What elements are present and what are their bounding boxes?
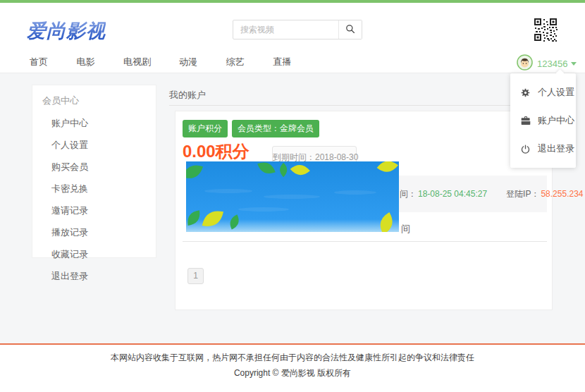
sidebar-item-account-center[interactable]: 账户中心 bbox=[32, 113, 156, 135]
username: 123456 bbox=[537, 59, 567, 69]
footer-copyright: Copyright © 爱尚影视 版权所有 bbox=[0, 367, 585, 379]
account-card: 账户积分 会员类型：金牌会员 0.00积分 到期时间：2018-08-30 间：… bbox=[175, 111, 553, 310]
points-value: 0.00积分 bbox=[183, 140, 250, 163]
nav-item-live[interactable]: 直播 bbox=[273, 49, 291, 75]
nav-item-home[interactable]: 首页 bbox=[30, 49, 48, 75]
badge-row: 账户积分 会员类型：金牌会员 bbox=[183, 120, 319, 137]
briefcase-icon bbox=[521, 116, 531, 125]
section-divider bbox=[183, 241, 547, 242]
site-logo[interactable]: 爱尚影视 bbox=[27, 18, 106, 44]
menu-item-account-center[interactable]: 账户中心 bbox=[510, 106, 576, 135]
main-nav: 首页 电影 电视剧 动漫 综艺 直播 bbox=[0, 49, 585, 73]
user-menu-trigger[interactable]: 123456 bbox=[517, 54, 577, 73]
sidebar-item-invite-records[interactable]: 邀请记录 bbox=[32, 200, 156, 222]
pagination-page-1[interactable]: 1 bbox=[187, 268, 204, 284]
sidebar-item-buy-membership[interactable]: 购买会员 bbox=[32, 157, 156, 178]
footer-disclaimer: 本网站内容收集于互联网，热片网不承担任何由于内容的合法性及健康性所引起的争议和法… bbox=[0, 352, 585, 364]
member-sidebar: 会员中心 账户中心 个人设置 购买会员 卡密兑换 邀请记录 播放记录 收藏记录 … bbox=[32, 85, 156, 258]
user-dropdown-menu: 个人设置 账户中心 退出登录 bbox=[510, 73, 576, 168]
blue-leaves-banner-image bbox=[186, 161, 399, 232]
sidebar-item-play-records[interactable]: 播放记录 bbox=[32, 222, 156, 244]
qr-code bbox=[532, 16, 559, 43]
menu-item-logout[interactable]: 退出登录 bbox=[510, 135, 576, 163]
login-ip-value: 58.255.234 bbox=[541, 189, 583, 199]
nav-item-variety[interactable]: 综艺 bbox=[226, 49, 245, 75]
menu-item-label: 个人设置 bbox=[538, 86, 574, 99]
menu-item-label: 账户中心 bbox=[538, 114, 574, 127]
sidebar-item-favorite-records[interactable]: 收藏记录 bbox=[32, 244, 156, 266]
chevron-down-icon bbox=[571, 62, 577, 68]
nav-item-anime[interactable]: 动漫 bbox=[179, 49, 197, 75]
menu-item-label: 退出登录 bbox=[538, 142, 574, 155]
search-box bbox=[233, 20, 362, 39]
menu-item-personal-settings[interactable]: 个人设置 bbox=[510, 78, 576, 106]
nav-item-movies[interactable]: 电影 bbox=[76, 49, 94, 75]
points-badge: 账户积分 bbox=[183, 120, 228, 137]
login-time-value: 18-08-25 04:45:27 bbox=[418, 189, 487, 199]
sidebar-item-personal-settings[interactable]: 个人设置 bbox=[32, 135, 156, 157]
page-title: 我的账户 bbox=[169, 89, 206, 102]
nav-item-tv-series[interactable]: 电视剧 bbox=[123, 49, 151, 75]
sidebar-item-card-redeem[interactable]: 卡密兑换 bbox=[32, 178, 156, 200]
title-divider bbox=[169, 105, 557, 106]
search-button[interactable] bbox=[338, 20, 362, 39]
partial-section-label: 间 bbox=[401, 223, 410, 235]
login-time-label: 间： bbox=[400, 188, 417, 200]
site-footer: 本网站内容收集于互联网，热片网不承担任何由于内容的合法性及健康性所引起的争议和法… bbox=[0, 343, 585, 392]
page-background: 会员中心 账户中心 个人设置 购买会员 卡密兑换 邀请记录 播放记录 收藏记录 … bbox=[0, 73, 585, 343]
search-input[interactable] bbox=[233, 20, 338, 39]
power-icon bbox=[521, 145, 531, 154]
sidebar-item-logout[interactable]: 退出登录 bbox=[32, 266, 156, 288]
site-header: 爱尚影视 bbox=[0, 3, 585, 49]
member-type-badge: 会员类型：金牌会员 bbox=[232, 120, 319, 137]
gear-icon bbox=[521, 88, 531, 97]
magnifier-icon bbox=[345, 24, 355, 36]
login-ip-label: 登陆IP： bbox=[506, 188, 539, 200]
avatar bbox=[517, 54, 533, 73]
sidebar-title: 会员中心 bbox=[32, 85, 156, 113]
